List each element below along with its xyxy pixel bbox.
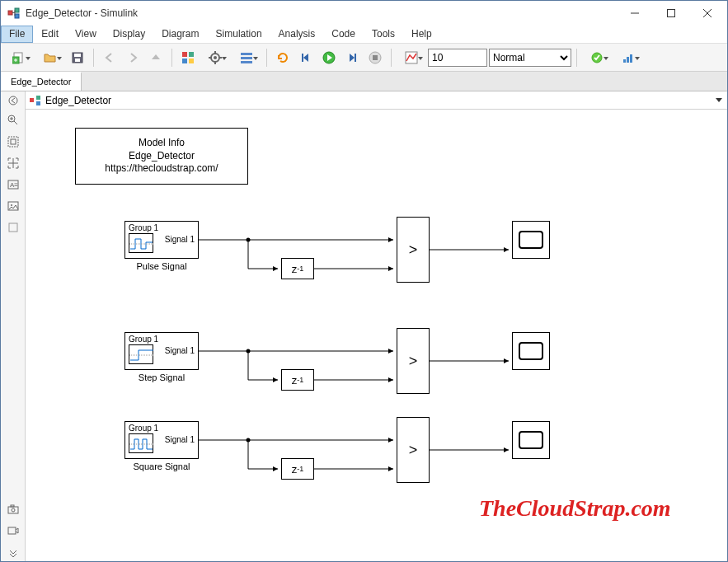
model-config-button[interactable] bbox=[200, 47, 230, 68]
signal-builder-square[interactable]: Group 1 Signal 1 bbox=[124, 421, 199, 459]
svg-rect-33 bbox=[627, 57, 629, 63]
signal-waveform-icon bbox=[129, 344, 153, 364]
run-button[interactable] bbox=[318, 47, 340, 68]
sim-mode-select[interactable]: Normal bbox=[489, 49, 571, 67]
menu-view[interactable]: View bbox=[67, 26, 105, 43]
menu-diagram[interactable]: Diagram bbox=[153, 26, 207, 43]
back-button[interactable] bbox=[99, 47, 120, 68]
model-canvas[interactable]: Model Info Edge_Detector https://theclou… bbox=[26, 110, 727, 561]
window-title: Edge_Detector - Simulink bbox=[26, 7, 617, 19]
new-model-button[interactable] bbox=[4, 47, 34, 68]
svg-rect-15 bbox=[189, 59, 194, 63]
signal-waveform-icon bbox=[129, 233, 153, 253]
zoom-in-icon[interactable] bbox=[4, 111, 22, 129]
signal-label: Signal 1 bbox=[165, 435, 195, 444]
annotation-icon[interactable]: A≡ bbox=[4, 176, 22, 194]
unit-delay-2[interactable]: z-1 bbox=[281, 369, 314, 391]
open-button[interactable] bbox=[35, 47, 65, 68]
step-back-button[interactable] bbox=[295, 47, 317, 68]
build-button[interactable] bbox=[613, 47, 643, 68]
svg-point-51 bbox=[12, 508, 15, 512]
scope-2[interactable] bbox=[512, 332, 550, 370]
block-label-step: Step Signal bbox=[124, 372, 199, 382]
model-info-block[interactable]: Model Info Edge_Detector https://theclou… bbox=[75, 128, 248, 185]
menu-display[interactable]: Display bbox=[105, 26, 153, 43]
svg-rect-12 bbox=[182, 52, 187, 57]
signal-builder-step[interactable]: Group 1 Signal 1 bbox=[124, 332, 199, 370]
svg-rect-11 bbox=[75, 59, 80, 62]
signal-builder-pulse[interactable]: Group 1 Signal 1 bbox=[124, 221, 199, 259]
signal-label: Signal 1 bbox=[165, 346, 195, 355]
record-icon[interactable] bbox=[4, 522, 22, 540]
svg-text:A≡: A≡ bbox=[10, 181, 18, 189]
stop-button[interactable] bbox=[364, 47, 386, 68]
svg-rect-25 bbox=[302, 54, 303, 62]
model-icon bbox=[29, 94, 42, 107]
minimize-button[interactable] bbox=[617, 2, 653, 25]
scope-3[interactable] bbox=[512, 421, 550, 459]
breadcrumb-dropdown-icon[interactable] bbox=[716, 98, 722, 102]
close-button[interactable] bbox=[689, 2, 726, 25]
area-icon[interactable] bbox=[4, 218, 22, 237]
library-browser-button[interactable] bbox=[177, 47, 199, 68]
svg-rect-38 bbox=[36, 101, 40, 105]
menu-file[interactable]: File bbox=[1, 26, 33, 43]
svg-rect-29 bbox=[373, 55, 378, 60]
compare-block-3[interactable]: > bbox=[397, 417, 430, 483]
menubar: File Edit View Display Diagram Simulatio… bbox=[1, 26, 727, 44]
menu-help[interactable]: Help bbox=[403, 26, 440, 43]
breadcrumb[interactable]: Edge_Detector bbox=[26, 91, 727, 110]
data-inspector-button[interactable] bbox=[397, 47, 426, 68]
up-button[interactable] bbox=[145, 47, 167, 68]
svg-rect-24 bbox=[241, 61, 252, 63]
svg-point-48 bbox=[11, 204, 12, 206]
scope-1[interactable] bbox=[512, 221, 550, 259]
menu-simulation[interactable]: Simulation bbox=[208, 26, 270, 43]
svg-point-17 bbox=[214, 56, 217, 59]
menu-tools[interactable]: Tools bbox=[364, 26, 403, 43]
fast-restart-button[interactable] bbox=[272, 47, 294, 68]
tab-model[interactable]: Edge_Detector bbox=[1, 72, 82, 91]
watermark-text: TheCloudStrap.com bbox=[479, 495, 671, 522]
svg-rect-23 bbox=[241, 57, 252, 59]
model-explorer-button[interactable] bbox=[232, 47, 261, 68]
menu-edit[interactable]: Edit bbox=[33, 26, 67, 43]
fit-view-icon[interactable] bbox=[4, 133, 22, 151]
unit-delay-3[interactable]: z-1 bbox=[281, 458, 314, 480]
menu-analysis[interactable]: Analysis bbox=[270, 26, 324, 43]
compare-block-1[interactable]: > bbox=[397, 217, 430, 283]
svg-rect-32 bbox=[623, 59, 626, 63]
svg-rect-37 bbox=[36, 96, 40, 100]
step-forward-button[interactable] bbox=[341, 47, 363, 68]
menu-code[interactable]: Code bbox=[323, 26, 364, 43]
unit-delay-1[interactable]: z-1 bbox=[281, 258, 314, 279]
svg-rect-36 bbox=[30, 98, 34, 102]
hide-browser-button[interactable] bbox=[4, 91, 22, 110]
image-icon[interactable] bbox=[4, 197, 22, 215]
group-label: Group 1 bbox=[129, 335, 158, 344]
stop-time-input[interactable] bbox=[428, 49, 487, 67]
side-toolbar-top bbox=[1, 91, 26, 110]
screenshot-icon[interactable] bbox=[4, 500, 22, 518]
forward-button[interactable] bbox=[122, 47, 143, 68]
maximize-button[interactable] bbox=[653, 2, 689, 25]
svg-point-57 bbox=[247, 349, 251, 354]
svg-rect-43 bbox=[8, 137, 18, 147]
toolbar: Normal bbox=[1, 44, 727, 72]
svg-point-35 bbox=[9, 96, 17, 105]
expand-icon[interactable] bbox=[4, 543, 22, 561]
block-label-square: Square Signal bbox=[124, 461, 199, 471]
svg-rect-10 bbox=[74, 54, 81, 57]
simulink-app-icon bbox=[7, 7, 21, 20]
save-button[interactable] bbox=[67, 47, 88, 68]
update-diagram-button[interactable] bbox=[582, 47, 612, 68]
svg-rect-22 bbox=[241, 53, 252, 55]
compare-block-2[interactable]: > bbox=[397, 328, 430, 394]
scope-screen-icon bbox=[519, 231, 543, 249]
svg-rect-4 bbox=[668, 10, 675, 17]
scope-screen-icon bbox=[519, 342, 543, 360]
info-line2: Edge_Detector bbox=[101, 150, 223, 163]
signal-waveform-icon bbox=[129, 433, 153, 453]
toggle-perspective-icon[interactable] bbox=[4, 154, 22, 172]
svg-rect-0 bbox=[8, 11, 12, 15]
